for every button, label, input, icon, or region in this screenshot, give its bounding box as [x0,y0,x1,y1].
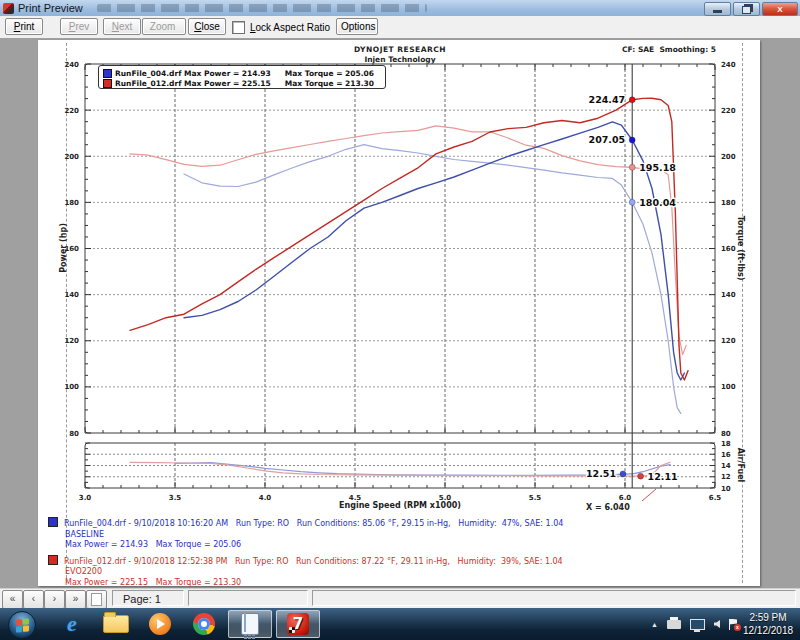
run-swatch-blue [48,517,58,527]
torque-blue-runfile004-curve [184,145,681,414]
page-icon [91,593,102,606]
legend-row-evo2200: RunFile_012.drf Max Power = 225.15 Max T… [103,78,385,88]
power-tick-label: 100 [64,383,79,391]
legend-torque: Max Torque = 213.30 [285,79,374,88]
x-tick-label: 3.0 [79,494,92,502]
page-number-panel: Page: 1 [112,590,184,606]
start-button[interactable] [8,611,36,639]
run-swatch-red [48,555,58,565]
data-point-marker [629,97,635,103]
run-name: BASELINE [65,530,563,541]
zoom-out-button[interactable]: Zoom Out [142,18,186,35]
options-button[interactable]: Options [336,18,378,35]
prev-button[interactable]: Prev [60,18,98,35]
data-point-marker [629,137,635,143]
cursor-pointer-line [642,489,656,501]
printer-tray-icon[interactable] [667,620,681,629]
print-preview-window: Print Preview X Print Prev Next Zoom Out… [0,0,800,640]
power-tick-label: 240 [64,61,79,69]
data-point-label: 12.51 [586,468,616,479]
close-window-button[interactable]: X [762,2,798,16]
cursor-x-readout: X = 6.040 [586,503,630,512]
prev-page-button[interactable]: ‹ [23,590,44,609]
x-axis-title: Engine Speed (RPM x1000) [250,501,550,510]
af-tick-label: 14 [721,462,731,470]
power-tick-label: 180 [64,199,79,207]
media-player-icon [149,613,171,635]
close-preview-button[interactable]: Close [188,18,226,35]
torque-tick-label: 220 [721,107,736,115]
taskbar-item-file-explorer[interactable] [96,610,136,638]
lock-aspect-ratio-label: Lock Aspect Ratio [250,22,330,33]
legend-row-baseline: RunFile_004.drf Max Power = 214.93 Max T… [103,68,385,78]
internet-explorer-icon: e [67,611,77,637]
dyno-app-icon: 7 [287,613,309,635]
legend-text: RunFile_004.drf Max Power = 214.93 [115,69,271,78]
volume-tray-icon[interactable] [714,620,720,628]
lock-aspect-ratio-control: Lock Aspect Ratio [232,19,330,35]
statusbar: « ‹ › » Page: 1 [0,588,800,609]
clock-time: 2:59 PM [740,611,796,624]
torque-tick-label: 80 [721,430,731,438]
chrome-icon [193,613,215,635]
torque-tick-label: 100 [721,383,736,391]
system-tray: ▲ x [651,608,738,640]
show-hidden-icons-button[interactable]: ▲ [651,621,658,628]
print-preview-area: DYNOJET RESEARCH Injen Technology CF: SA… [0,38,800,588]
data-point-label: 180.04 [639,197,676,208]
goto-page-button[interactable] [86,590,107,609]
minimize-button[interactable] [704,2,731,16]
next-button[interactable]: Next [103,18,141,35]
af-tick-label: 10 [721,485,731,493]
print-button[interactable]: Print [5,18,43,35]
calculator-icon [241,613,259,635]
x-tick-label: 3.5 [169,494,182,502]
titlebar: Print Preview X [0,0,800,17]
page-number-label: Page: 1 [123,593,161,605]
data-point-label: 195.18 [639,162,676,173]
windows-logo-icon [16,618,29,632]
power-plot-border [85,64,715,433]
data-point-marker [638,473,644,479]
data-point-label: 224.47 [589,94,626,105]
power-tick-label: 80 [69,430,79,438]
run-stats: Max Power = 225.15 Max Torque = 213.30 [65,578,563,589]
next-page-button[interactable]: › [44,590,65,609]
taskbar-item-media-player[interactable] [140,610,180,638]
torque-tick-label: 200 [721,153,736,161]
taskbar-item-internet-explorer[interactable]: e [52,610,92,638]
airfuel-axis-title: Air/Fuel [736,448,745,483]
chart-legend: RunFile_004.drf Max Power = 214.93 Max T… [98,65,386,89]
torque-tick-label: 160 [721,245,736,253]
taskbar-item-chrome[interactable] [184,610,224,638]
taskbar-item-dyno-app[interactable]: 7 [276,610,320,638]
run-name: EVO2200 [65,567,563,578]
torque-tick-label: 120 [721,337,736,345]
run-info-baseline: RunFile_004.drf - 9/10/2018 10:16:20 AM … [48,517,563,551]
x-tick-label: 6.0 [619,494,632,502]
first-page-button[interactable]: « [2,590,23,609]
data-point-marker [629,164,635,170]
restore-button[interactable] [733,2,760,16]
torque-tick-label: 240 [721,61,736,69]
network-tray-icon[interactable] [690,619,705,630]
af-tick-label: 12 [721,473,731,481]
status-panel [312,590,796,606]
last-page-button[interactable]: » [65,590,86,609]
window-title: Print Preview [18,0,83,16]
lock-aspect-ratio-checkbox[interactable] [232,21,245,34]
airfuel-plot-border [85,443,715,488]
power-blue-runfile004-curve [184,122,684,380]
data-point-marker [620,471,626,477]
taskbar-clock[interactable]: 2:59 PM 12/12/2018 [740,611,796,637]
preview-page: DYNOJET RESEARCH Injen Technology CF: SA… [38,40,760,586]
legend-text: RunFile_012.drf Max Power = 225.15 [115,79,271,88]
run-stats: Max Power = 214.93 Max Torque = 205.06 [65,540,563,551]
folder-icon [103,615,129,633]
x-tick-label: 6.5 [709,494,722,502]
taskbar-item-calculator[interactable] [228,610,272,638]
titlebar-document-path [97,4,427,12]
torque-tick-label: 140 [721,291,736,299]
action-center-tray-icon[interactable]: x [729,619,738,630]
torque-red-runfile012-curve [130,126,686,355]
